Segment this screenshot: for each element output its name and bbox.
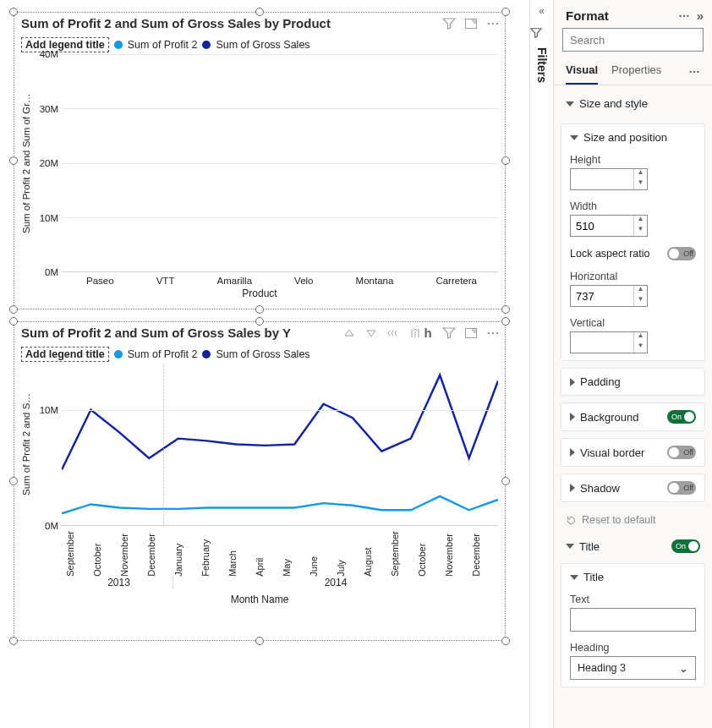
svg-point-3 [496, 22, 499, 25]
height-label: Height [570, 154, 696, 166]
y-axis-label: Sum of Profit 2 and Sum of Gr… [21, 54, 31, 272]
x-axis-title: Month Name [21, 594, 498, 605]
legend-swatch [202, 41, 211, 49]
y-axis-ticks: 0M 10M 20M 30M 40M [31, 54, 62, 272]
background-toggle[interactable]: On [667, 410, 696, 424]
legend-swatch [202, 350, 211, 359]
resize-handle[interactable] [9, 8, 18, 16]
svg-point-14 [697, 70, 698, 72]
legend-item-label: Sum of Gross Sales [216, 348, 309, 360]
resize-handle[interactable] [501, 8, 510, 16]
section-shadow[interactable]: Shadow Off [561, 474, 704, 501]
vertical-input[interactable]: ▲▼ [570, 331, 648, 353]
title-toggle[interactable]: On [671, 539, 700, 553]
reset-icon [566, 515, 577, 526]
focus-mode-icon[interactable] [464, 326, 478, 340]
resize-handle[interactable] [255, 305, 264, 314]
chevron-down-icon: ⌄ [679, 662, 688, 675]
resize-handle[interactable] [501, 637, 510, 645]
lock-aspect-toggle[interactable]: Off [667, 247, 696, 260]
format-search[interactable] [562, 28, 704, 52]
section-title[interactable]: Title On [554, 531, 712, 556]
expand-filters-icon[interactable]: « [530, 0, 553, 22]
svg-point-7 [496, 331, 499, 334]
visual-title: Sum of Profit 2 and Sum of Gross Sales b… [21, 326, 291, 340]
shadow-toggle[interactable]: Off [667, 481, 696, 495]
chevron-down-icon [566, 101, 574, 107]
collapse-pane-icon[interactable]: » [697, 8, 704, 23]
drill-down-icon[interactable] [364, 326, 378, 340]
bar-chart-visual[interactable]: Sum of Profit 2 and Sum of Gross Sales b… [14, 12, 506, 309]
svg-point-10 [687, 14, 688, 16]
svg-point-12 [689, 70, 691, 72]
height-input[interactable]: ▲▼ [570, 168, 648, 190]
more-options-icon[interactable] [678, 10, 690, 22]
section-padding[interactable]: Padding [561, 369, 704, 395]
more-options-icon[interactable] [486, 326, 500, 340]
format-pane: Format » Visual Properties Size and styl… [553, 0, 712, 728]
section-title-card[interactable]: Title [561, 564, 704, 590]
tab-properties[interactable]: Properties [611, 58, 661, 85]
filters-pane-collapsed[interactable]: « Filters [529, 0, 553, 728]
more-options-icon[interactable] [486, 17, 500, 30]
svg-point-6 [492, 331, 495, 334]
svg-point-1 [488, 22, 490, 25]
section-visual-border[interactable]: Visual border Off [561, 439, 704, 466]
reset-to-default[interactable]: Reset to default [554, 509, 712, 531]
legend-item-label: Sum of Gross Sales [216, 39, 309, 51]
focus-mode-icon[interactable] [464, 17, 478, 30]
visual-title: Sum of Profit 2 and Sum of Gross Sales b… [21, 16, 331, 30]
chevron-down-icon [570, 575, 578, 580]
report-canvas[interactable]: Sum of Profit 2 and Sum of Gross Sales b… [0, 0, 529, 728]
chevron-right-icon [570, 413, 575, 421]
heading-label: Heading [570, 642, 696, 654]
more-options-icon[interactable] [688, 66, 700, 78]
legend-item-label: Sum of Profit 2 [128, 348, 198, 360]
resize-handle[interactable] [9, 305, 18, 314]
legend-title-placeholder[interactable]: Add legend title [21, 347, 109, 362]
svg-point-13 [693, 70, 695, 72]
filters-pane-icon[interactable] [530, 22, 553, 44]
svg-point-8 [679, 14, 681, 16]
resize-handle[interactable] [501, 317, 510, 326]
filter-icon[interactable] [442, 17, 456, 30]
resize-handle[interactable] [255, 637, 264, 645]
line-plot-area [62, 364, 498, 526]
chevron-down-icon [570, 135, 578, 140]
svg-point-9 [683, 14, 685, 16]
section-size-and-style[interactable]: Size and style [557, 90, 709, 117]
horizontal-label: Horizontal [570, 271, 696, 282]
svg-point-5 [488, 331, 490, 334]
chevron-right-icon [570, 448, 575, 457]
search-input[interactable] [568, 33, 712, 47]
width-label: Width [570, 200, 696, 212]
x-axis-labels: SeptemberOctoberNovemberDecemberJanuaryF… [65, 531, 498, 577]
year-group-row: 20132014 [65, 577, 498, 588]
section-size-and-position[interactable]: Size and position [561, 124, 704, 151]
vertical-label: Vertical [570, 317, 696, 329]
expand-next-icon[interactable] [408, 326, 422, 340]
x-axis-labels: PaseoVTTAmarillaVeloMontanaCarretera [65, 276, 498, 286]
drill-up-icon[interactable] [342, 326, 356, 340]
heading-select[interactable]: Heading 3 ⌄ [570, 656, 696, 680]
section-background[interactable]: Background On [561, 403, 704, 430]
line-chart-visual[interactable]: Sum of Profit 2 and Sum of Gross Sales b… [14, 321, 506, 641]
horizontal-input[interactable]: ▲▼ [570, 285, 648, 307]
chevron-right-icon [570, 484, 575, 492]
resize-handle[interactable] [9, 317, 18, 326]
filter-icon[interactable] [442, 326, 456, 340]
resize-handle[interactable] [255, 8, 264, 16]
resize-handle[interactable] [9, 637, 18, 645]
resize-handle[interactable] [255, 317, 264, 326]
expand-all-icon[interactable] [386, 326, 400, 340]
svg-point-2 [492, 22, 495, 25]
filters-label: Filters [535, 44, 549, 83]
tab-visual[interactable]: Visual [566, 58, 598, 85]
visual-border-toggle[interactable]: Off [667, 446, 696, 459]
hierarchy-icon[interactable]: h [422, 326, 434, 340]
y-axis-label: Sum of Profit 2 and S… [21, 364, 31, 526]
width-input[interactable]: ▲▼ [570, 215, 648, 237]
legend-title-placeholder[interactable]: Add legend title [21, 37, 109, 52]
resize-handle[interactable] [501, 305, 510, 314]
title-text-input[interactable] [570, 608, 696, 632]
